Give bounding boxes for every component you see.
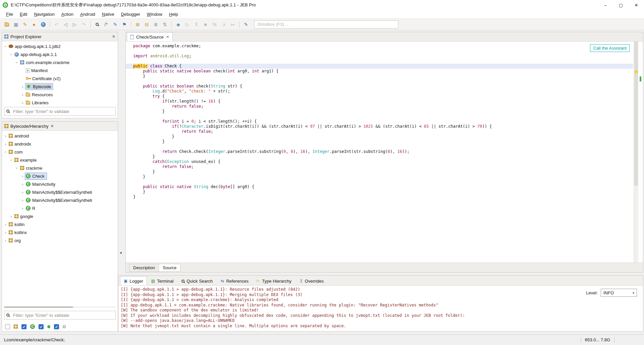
assistant-pen-icon[interactable]: ✎ (242, 20, 250, 28)
tab-type-hierarchy[interactable]: ⊢Type Hierarchy (253, 276, 295, 285)
flag-icon[interactable]: ⚑ (120, 20, 128, 28)
globe-icon[interactable] (39, 20, 47, 28)
project-item-resources[interactable]: ›Resources (2, 91, 118, 99)
expander-icon[interactable]: › (20, 84, 25, 89)
hierarchy-item-com[interactable]: ›com (2, 148, 118, 156)
expander-icon[interactable]: › (20, 206, 25, 211)
menu-edit[interactable]: Edit (16, 11, 31, 18)
hierarchy-item-mainactivity-externalsyntheti[interactable]: ›CMainActivity$$ExternalSyntheti (2, 196, 118, 204)
close-tab-icon[interactable]: ✕ (166, 35, 169, 39)
project-item-libraries[interactable]: ›Libraries (2, 99, 118, 106)
filter-method-icon[interactable] (47, 325, 50, 328)
sort-icon[interactable]: ⇅ (161, 20, 169, 28)
save-icon[interactable]: ▦ (12, 20, 20, 28)
expander-icon[interactable]: › (9, 214, 13, 219)
code-editor[interactable]: package com.example.crackme; import andr… (126, 42, 643, 263)
expander-icon[interactable]: › (20, 100, 25, 105)
tab-description[interactable]: Description (129, 264, 159, 272)
project-item-app-debug-apk-1-1-jdb2[interactable]: ›app-debug.apk.1.1.jdb2 (2, 42, 118, 50)
filter-field-icon[interactable] (63, 325, 66, 328)
expander-icon[interactable]: › (3, 141, 8, 147)
pause-icon[interactable]: ‖ (192, 20, 201, 28)
caret-position-marker[interactable] (640, 76, 641, 81)
hierarchy-item-kotlin[interactable]: ›kotlin (2, 220, 118, 228)
hierarchy-item-androidx[interactable]: ›androidx (2, 140, 118, 148)
occurrence-marker[interactable] (635, 70, 638, 73)
tab-overrides[interactable]: ↥Overrides (296, 276, 327, 285)
tab-quick-search[interactable]: Quick Search (178, 276, 216, 285)
minimize-button[interactable]: – (598, 0, 613, 10)
tab-check-source[interactable]: Check/Source ✕ (127, 32, 173, 41)
project-item-app-debug-apk-1-1[interactable]: ›app-debug.apk.1.1 (2, 50, 118, 58)
filter-packages-icon[interactable] (14, 325, 18, 329)
filter-classes-checkbox[interactable]: ✓ (21, 324, 26, 329)
redo-icon[interactable]: ↷ (79, 20, 88, 28)
expander-icon[interactable]: › (14, 166, 19, 170)
menu-file[interactable]: File (3, 11, 16, 18)
bytecode-view-icon[interactable]: ⊞ (133, 20, 142, 28)
expander-icon[interactable]: › (20, 190, 25, 195)
expander-icon[interactable]: › (20, 182, 25, 187)
expander-icon[interactable]: › (3, 150, 8, 154)
hierarchy-item-mainactivity[interactable]: ›CMainActivity (2, 180, 118, 188)
hierarchy-item-r[interactable]: ›CR (2, 204, 118, 212)
tab-source[interactable]: Source (159, 264, 180, 272)
filter-methods-checkbox[interactable]: ✓ (39, 324, 44, 329)
decompile-icon[interactable]: ⊟ (143, 20, 151, 28)
hierarchy-item-check[interactable]: ›CCheck (2, 172, 118, 180)
filter-class-icon[interactable]: C (30, 324, 35, 329)
call-assistant-button[interactable]: Call the Assistant (590, 44, 630, 52)
panel-splitter[interactable]: ◂ (118, 32, 125, 273)
expander-icon[interactable]: › (20, 92, 25, 97)
recent-icon[interactable]: ● (30, 20, 38, 28)
menu-debugger[interactable]: Debugger (118, 11, 144, 18)
hierarchy-item-kotlinx[interactable]: ›kotlinx (2, 228, 118, 236)
menu-help[interactable]: Help (166, 11, 181, 18)
project-filter-input[interactable] (4, 107, 116, 116)
run-icon[interactable]: ▷ (183, 20, 192, 28)
undo-icon[interactable]: ↶ (52, 20, 61, 28)
menu-android[interactable]: Android (77, 11, 99, 18)
expander-icon[interactable]: › (9, 158, 14, 162)
tab-references[interactable]: ⇆References (217, 276, 252, 285)
search-icon[interactable] (93, 20, 101, 28)
rename-icon[interactable]: ✎ (111, 20, 119, 28)
project-item-com-example-crackme[interactable]: ›com.example.crackme (2, 58, 118, 66)
expander-icon[interactable]: › (9, 52, 14, 57)
hierarchy-item-android[interactable]: ›android (2, 132, 118, 140)
omnibox-input[interactable] (254, 20, 398, 28)
edit-icon[interactable]: ✎ (21, 20, 29, 28)
hierarchy-item-example[interactable]: ›example (2, 156, 118, 164)
menu-action[interactable]: Action (58, 11, 77, 18)
filter-toggle-unchecked[interactable] (5, 324, 10, 329)
expander-icon[interactable]: › (3, 230, 8, 235)
step-over-icon[interactable]: ↦ (228, 20, 237, 28)
expander-icon[interactable]: › (20, 174, 25, 179)
project-item-manifest[interactable]: xManifest (2, 66, 118, 74)
hierarchy-hscrollbar[interactable] (4, 305, 116, 309)
hierarchy-view-icon[interactable]: ≣ (152, 20, 160, 28)
hierarchy-item-mainactivity-externalsyntheti[interactable]: ›CMainActivity$$ExternalSyntheti (2, 188, 118, 196)
expander-icon[interactable]: › (14, 60, 19, 65)
menu-native[interactable]: Native (99, 11, 118, 18)
hierarchy-item-org[interactable]: ›org (2, 236, 118, 244)
filter-fields-checkbox[interactable]: ✓ (54, 324, 59, 329)
percent-icon[interactable]: % (210, 20, 219, 28)
hierarchy-filter-input[interactable] (4, 311, 116, 320)
expander-icon[interactable]: › (20, 198, 25, 203)
close-hierarchy-icon[interactable]: ✕ (50, 124, 54, 128)
project-item-bytecode[interactable]: ›∗Bytecode (2, 82, 118, 91)
expander-icon[interactable]: › (3, 238, 8, 243)
menu-window[interactable]: Window (144, 11, 166, 18)
expander-icon[interactable]: › (3, 133, 8, 138)
tab-terminal[interactable]: ▤Terminal (148, 276, 177, 285)
expander-icon[interactable]: › (3, 222, 8, 227)
comment-icon[interactable]: /* (102, 20, 110, 28)
navigate-forward-icon[interactable]: ▷ (70, 20, 79, 28)
maximize-button[interactable]: ▢ (613, 0, 629, 10)
graph-icon[interactable]: ◈ (174, 20, 182, 28)
expander-icon[interactable]: › (3, 44, 8, 49)
tab-logger[interactable]: ▣Logger (120, 276, 147, 285)
scrollbar-thumb[interactable] (634, 42, 638, 186)
step-into-icon[interactable]: .x (219, 20, 228, 28)
